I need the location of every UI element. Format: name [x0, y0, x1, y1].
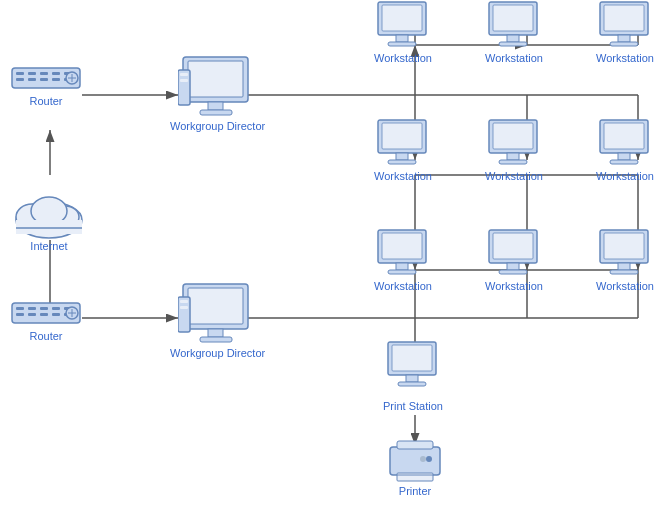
svg-rect-96: [507, 153, 519, 160]
ws1-icon: [374, 0, 432, 52]
svg-rect-65: [188, 61, 243, 97]
svg-rect-72: [188, 288, 243, 324]
printer-node: Printer: [385, 435, 445, 497]
svg-rect-74: [200, 337, 232, 342]
ws9-icon: [596, 228, 654, 280]
svg-rect-52: [28, 307, 36, 310]
internet-label: Internet: [30, 240, 67, 252]
svg-rect-115: [392, 345, 432, 371]
printer-label: Printer: [399, 485, 431, 497]
svg-rect-79: [382, 5, 422, 31]
ws1-node: Workstation: [374, 0, 432, 64]
svg-rect-97: [499, 160, 527, 164]
svg-rect-36: [16, 78, 24, 81]
ws3-icon: [596, 0, 654, 52]
svg-rect-80: [396, 35, 408, 42]
ws6-icon: [596, 118, 654, 170]
ws6-node: Workstation: [596, 118, 654, 182]
ws3-node: Workstation: [596, 0, 654, 64]
router1-node: Router: [10, 60, 82, 107]
svg-rect-117: [398, 382, 426, 386]
svg-rect-119: [397, 441, 433, 449]
svg-rect-100: [618, 153, 630, 160]
ws7-label: Workstation: [374, 280, 432, 292]
svg-rect-37: [28, 78, 36, 81]
ws3-label: Workstation: [596, 52, 654, 64]
svg-rect-112: [618, 263, 630, 270]
wgd1-label: Workgroup Director: [170, 120, 265, 132]
svg-rect-34: [52, 72, 60, 75]
svg-rect-107: [493, 233, 533, 259]
svg-rect-58: [40, 313, 48, 316]
wgd2-icon: [178, 282, 258, 347]
svg-point-122: [426, 456, 432, 462]
svg-rect-38: [40, 78, 48, 81]
router2-label: Router: [29, 330, 62, 342]
svg-rect-91: [382, 123, 422, 149]
svg-rect-51: [16, 307, 24, 310]
svg-rect-67: [200, 110, 232, 115]
svg-rect-101: [610, 160, 638, 164]
svg-rect-70: [180, 79, 188, 82]
svg-rect-85: [499, 42, 527, 46]
ws9-node: Workstation: [596, 228, 654, 292]
wgd2-node: Workgroup Director: [170, 282, 265, 359]
ws4-label: Workstation: [374, 170, 432, 182]
svg-rect-59: [52, 313, 60, 316]
svg-rect-77: [180, 306, 188, 309]
svg-rect-31: [16, 72, 24, 75]
ws8-label: Workstation: [485, 280, 543, 292]
ws7-icon: [374, 228, 432, 280]
svg-rect-83: [493, 5, 533, 31]
svg-rect-88: [618, 35, 630, 42]
svg-rect-89: [610, 42, 638, 46]
ws2-node: Workstation: [485, 0, 543, 64]
wgd1-icon: [178, 55, 258, 120]
svg-rect-84: [507, 35, 519, 42]
svg-rect-87: [604, 5, 644, 31]
svg-rect-39: [52, 78, 60, 81]
router2-node: Router: [10, 295, 82, 342]
svg-rect-116: [406, 375, 418, 382]
router1-label: Router: [29, 95, 62, 107]
ws4-icon: [374, 118, 432, 170]
connection-arrows: [0, 0, 671, 510]
wgd1-node: Workgroup Director: [170, 55, 265, 132]
router2-icon: [10, 295, 82, 330]
svg-rect-81: [388, 42, 416, 46]
svg-rect-118: [390, 447, 440, 475]
svg-rect-120: [397, 473, 433, 481]
wgd2-label: Workgroup Director: [170, 347, 265, 359]
ws5-label: Workstation: [485, 170, 543, 182]
ws7-node: Workstation: [374, 228, 432, 292]
svg-rect-113: [610, 270, 638, 274]
svg-rect-73: [208, 329, 223, 337]
svg-rect-92: [396, 153, 408, 160]
cloud-icon: [10, 185, 88, 240]
svg-rect-99: [604, 123, 644, 149]
svg-rect-103: [382, 233, 422, 259]
svg-rect-95: [493, 123, 533, 149]
svg-rect-66: [208, 102, 223, 110]
svg-rect-57: [28, 313, 36, 316]
svg-rect-54: [52, 307, 60, 310]
ws5-node: Workstation: [485, 118, 543, 182]
svg-rect-111: [604, 233, 644, 259]
printer-icon: [385, 435, 445, 485]
svg-rect-32: [28, 72, 36, 75]
ws2-label: Workstation: [485, 52, 543, 64]
network-diagram: Router Internet: [0, 0, 671, 510]
svg-rect-69: [180, 73, 188, 76]
ws1-label: Workstation: [374, 52, 432, 64]
svg-rect-33: [40, 72, 48, 75]
svg-rect-53: [40, 307, 48, 310]
ws4-node: Workstation: [374, 118, 432, 182]
svg-rect-104: [396, 263, 408, 270]
ws5-icon: [485, 118, 543, 170]
svg-rect-105: [388, 270, 416, 274]
svg-rect-93: [388, 160, 416, 164]
ws8-icon: [485, 228, 543, 280]
ps-label: Print Station: [383, 400, 443, 412]
svg-rect-108: [507, 263, 519, 270]
ps-node: Print Station: [383, 340, 443, 412]
